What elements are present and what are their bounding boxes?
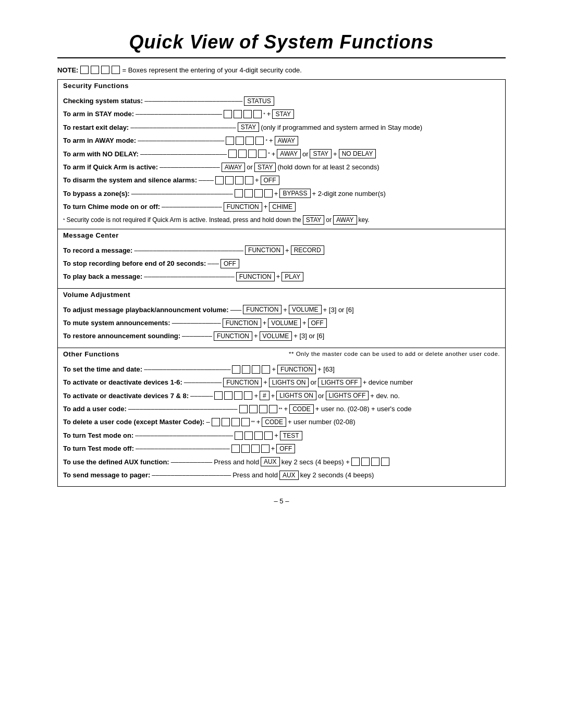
- page-title: Quick View of System Functions: [57, 31, 506, 53]
- other-content: To set the time and date: ––––––––––––––…: [58, 360, 505, 487]
- status-key: STATUS: [244, 96, 274, 106]
- other-row-1: To set the time and date: ––––––––––––––…: [63, 363, 500, 375]
- note-text: = Boxes represent the entering of your 4…: [122, 66, 301, 74]
- play-key: PLAY: [282, 272, 303, 281]
- other-row-3: To activate or deactivate devices 7 & 8:…: [63, 390, 500, 402]
- stay-key-1: STAY: [272, 109, 294, 119]
- record-key: RECORD: [291, 245, 324, 255]
- message-section: Message Center To record a message: ––––…: [57, 229, 506, 289]
- security-row-8: To bypass a zone(s): –––––––––––––––––––…: [63, 188, 500, 200]
- other-row-9: To send message to pager: ––––––––––––––…: [63, 469, 500, 481]
- other-note: ** Only the master code can be used to a…: [289, 351, 500, 357]
- security-row-3: To restart exit delay: –––––––––––––––––…: [63, 121, 500, 133]
- lights-on-key-1: LIGHTS ON: [269, 378, 309, 387]
- security-section: Security Functions Checking system statu…: [57, 79, 506, 229]
- function-key-1: FUNCTION: [224, 202, 262, 212]
- title-divider: [57, 57, 506, 58]
- other-row-2: To activate or deactivate devices 1-6: –…: [63, 376, 500, 388]
- away-footnote-key: AWAY: [333, 215, 357, 225]
- off-key-3: OFF: [308, 318, 327, 328]
- other-row-5: To delete a user code (except Master Cod…: [63, 416, 500, 428]
- security-row-5: To arm with NO DELAY: ––––––––––––––––––…: [63, 148, 500, 160]
- bypass-key: BYPASS: [279, 189, 310, 198]
- volume-row-2: To mute system announcements: ––––––––––…: [63, 317, 500, 329]
- volume-row-1: To adjust message playback/announcment v…: [63, 304, 500, 316]
- security-row-7: To disarm the system and silence alarms:…: [63, 174, 500, 186]
- other-row-7: To turn Test mode off: –––––––––––––––––…: [63, 442, 500, 454]
- aux-key-2: AUX: [279, 471, 299, 480]
- off-key-4: OFF: [276, 444, 295, 453]
- away-key-3: AWAY: [222, 163, 246, 172]
- security-row-1: Checking system status: ––––––––––––––––…: [63, 95, 500, 107]
- note-digit-3: [101, 66, 109, 74]
- volume-content: To adjust message playback/announcment v…: [58, 301, 505, 348]
- lights-on-key-2: LIGHTS ON: [276, 391, 316, 400]
- other-header: Other Functions: [63, 350, 119, 358]
- volume-section: Volume Adjustment To adjust message play…: [57, 289, 506, 348]
- function-key-4: FUNCTION: [243, 305, 282, 314]
- aux-key-1: AUX: [261, 457, 280, 466]
- nodelay-key: NO DELAY: [339, 149, 376, 158]
- note-digit-2: [91, 66, 99, 74]
- stay-key-4: STAY: [254, 163, 276, 172]
- page-number: – 5 –: [57, 497, 506, 505]
- volume-key-1: VOLUME: [289, 305, 322, 314]
- function-key-6: FUNCTION: [214, 331, 252, 341]
- note-line: NOTE: = Boxes represent the entering of …: [57, 66, 506, 74]
- page: Quick View of System Functions NOTE: = B…: [57, 0, 506, 526]
- security-footnote: * Security code is not required if Quick…: [63, 215, 500, 225]
- message-content: To record a message: –––––––––––––––––––…: [58, 241, 505, 288]
- other-row-8: To use the defined AUX function: –––––––…: [63, 456, 500, 468]
- function-key-3: FUNCTION: [236, 272, 275, 281]
- security-content: Checking system status: ––––––––––––––––…: [58, 92, 505, 229]
- hash-key: #: [260, 391, 270, 400]
- stay-footnote-key: STAY: [303, 215, 325, 225]
- other-section: Other Functions ** Only the master code …: [57, 348, 506, 487]
- message-row-1: To record a message: –––––––––––––––––––…: [63, 244, 500, 256]
- message-header: Message Center: [58, 229, 505, 241]
- function-key-8: FUNCTION: [223, 378, 262, 387]
- lights-off-key-2: LIGHTS OFF: [326, 391, 369, 400]
- message-row-3: To play back a message: ––––––––––––––––…: [63, 270, 500, 282]
- other-row-4: To add a user code: ––––––––––––––––––––…: [63, 403, 500, 415]
- other-row-6: To turn Test mode on: ––––––––––––––––––…: [63, 429, 500, 441]
- away-key-2: AWAY: [277, 149, 301, 158]
- function-key-2: FUNCTION: [245, 245, 284, 255]
- security-header: Security Functions: [58, 80, 505, 92]
- security-row-9: To turn Chime mode on or off: ––––––––––…: [63, 201, 500, 213]
- note-digit-4: [112, 66, 120, 74]
- message-row-2: To stop recording before end of 20 secon…: [63, 257, 500, 269]
- off-key-2: OFF: [221, 259, 239, 268]
- note-digit-1: [80, 66, 89, 74]
- security-row-2: To arm in STAY mode: –––––––––––––––––––…: [63, 108, 500, 120]
- chime-key: CHIME: [269, 202, 296, 212]
- away-key-1: AWAY: [275, 136, 299, 145]
- function-key-7: FUNCTION: [277, 365, 316, 374]
- stay-key-3: STAY: [310, 149, 332, 158]
- volume-key-2: VOLUME: [268, 318, 301, 328]
- stay-key-2: STAY: [238, 122, 260, 132]
- volume-row-3: To restore announcement sounding: ––––––…: [63, 330, 500, 342]
- test-key: TEST: [280, 431, 302, 440]
- volume-header: Volume Adjustment: [58, 289, 505, 301]
- lights-off-key-1: LIGHTS OFF: [318, 378, 361, 387]
- function-key-5: FUNCTION: [223, 318, 261, 328]
- other-header-row: Other Functions ** Only the master code …: [58, 348, 505, 360]
- volume-key-3: VOLUME: [260, 331, 292, 341]
- code-key-2: CODE: [262, 417, 286, 427]
- security-row-6: To arm if Quick Arm is active: –––––––––…: [63, 161, 500, 173]
- off-key-1: OFF: [261, 176, 279, 185]
- note-label: NOTE:: [57, 66, 78, 74]
- security-row-4: To arm in AWAY mode: –––––––––––––––––––…: [63, 134, 500, 146]
- code-key-1: CODE: [289, 404, 314, 414]
